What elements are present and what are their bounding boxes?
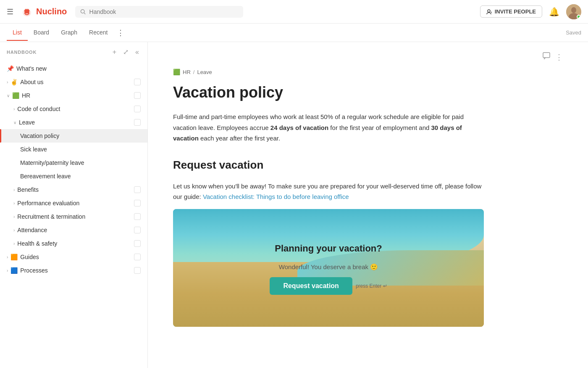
search-bar[interactable] xyxy=(75,6,243,18)
sidebar-actions: + ⤢ « xyxy=(111,47,141,57)
vacation-card: Planning your vacation? Wonderful! You d… xyxy=(173,209,484,327)
checkbox[interactable] xyxy=(134,267,141,274)
svg-rect-9 xyxy=(543,53,550,58)
sidebar-item-label: Health & safety xyxy=(17,240,134,247)
breadcrumb-emoji: 🟩 xyxy=(173,69,180,75)
press-enter-label: press Enter ↵ xyxy=(356,282,387,290)
content-header: ⋮ xyxy=(173,52,563,62)
content-actions: ⋮ xyxy=(543,52,563,62)
svg-line-2 xyxy=(84,13,85,14)
tab-list[interactable]: List xyxy=(7,25,28,41)
checkbox[interactable] xyxy=(134,92,141,99)
chevron-right-icon: › xyxy=(7,268,8,273)
sidebar-item-maternity-leave[interactable]: Maternity/paternity leave xyxy=(0,156,147,169)
logo: Nuclino xyxy=(20,5,67,19)
sidebar-item-label: Code of conduct xyxy=(17,106,134,112)
sidebar-item-bereavement-leave[interactable]: Bereavement leave xyxy=(0,169,147,183)
checkbox[interactable] xyxy=(134,79,141,85)
checkbox[interactable] xyxy=(134,240,141,247)
more-options-button[interactable]: ⋮ xyxy=(555,52,563,62)
invite-label: INVITE PEOPLE xyxy=(495,8,536,15)
checkbox[interactable] xyxy=(134,254,141,260)
chevron-right-icon: › xyxy=(13,188,15,192)
sidebar-item-label: Recruitment & termination xyxy=(17,213,134,220)
sidebar-title: HANDBOOK xyxy=(7,50,111,55)
checkbox[interactable] xyxy=(134,186,141,193)
chevron-down-icon: ∨ xyxy=(7,93,10,98)
sidebar-expand-button[interactable]: ⤢ xyxy=(121,47,130,57)
top-nav: ☰ Nuclino INVITE PEOPLE 🔔 xyxy=(0,0,588,24)
section-heading: Request vacation xyxy=(173,156,484,174)
sidebar-item-about-us[interactable]: › ✌️ About us xyxy=(0,75,147,89)
tab-recent[interactable]: Recent xyxy=(83,25,113,41)
sidebar-item-benefits[interactable]: › Benefits xyxy=(0,183,147,196)
sidebar-item-performance-evaluation[interactable]: › Performance evaluation xyxy=(0,196,147,210)
body-end: each year after the first year. xyxy=(199,135,280,142)
breadcrumb-parent[interactable]: HR xyxy=(183,69,191,75)
sidebar-item-label: Vacation policy xyxy=(20,132,141,139)
logo-icon xyxy=(20,5,34,19)
page-body: Full-time and part-time employees who wo… xyxy=(173,111,484,327)
hr-emoji: 🟩 xyxy=(12,92,19,99)
checkbox[interactable] xyxy=(134,119,141,126)
checkbox[interactable] xyxy=(134,213,141,220)
sidebar-item-label: Attendance xyxy=(17,227,134,233)
sidebar-item-label: Maternity/paternity leave xyxy=(20,159,141,166)
avatar[interactable] xyxy=(566,4,581,19)
sidebar-item-whats-new[interactable]: 📌 What's new xyxy=(0,62,147,75)
checkbox[interactable] xyxy=(134,200,141,207)
breadcrumb: 🟩 HR / Leave xyxy=(173,69,563,75)
sidebar-item-label: Guides xyxy=(20,254,134,260)
sidebar-item-label: What's new xyxy=(16,65,141,72)
sidebar-item-label: Processes xyxy=(20,267,134,274)
processes-emoji: 🟦 xyxy=(10,267,18,274)
logo-text: Nuclino xyxy=(36,7,67,16)
tab-more-button[interactable]: ⋮ xyxy=(113,24,128,42)
sidebar-item-recruitment-termination[interactable]: › Recruitment & termination xyxy=(0,210,147,223)
chevron-down-icon: ∨ xyxy=(13,120,16,125)
sidebar-item-attendance[interactable]: › Attendance xyxy=(0,223,147,237)
sidebar-item-leave[interactable]: ∨ Leave xyxy=(0,116,147,129)
sidebar-item-health-safety[interactable]: › Health & safety xyxy=(0,237,147,250)
chevron-right-icon: › xyxy=(13,214,15,219)
sidebar-item-label: HR xyxy=(22,92,134,99)
vacation-card-subtitle: Wonderful! You deserve a break 🙂 xyxy=(279,262,378,273)
sidebar-item-processes[interactable]: › 🟦 Processes xyxy=(0,264,147,277)
chevron-right-icon: › xyxy=(7,80,8,85)
tab-graph[interactable]: Graph xyxy=(55,25,83,41)
checkbox[interactable] xyxy=(134,106,141,112)
add-user-icon xyxy=(486,9,492,15)
search-icon xyxy=(80,9,86,15)
sidebar-header: HANDBOOK + ⤢ « xyxy=(0,42,147,62)
search-input[interactable] xyxy=(89,8,239,15)
sidebar-item-hr[interactable]: ∨ 🟩 HR xyxy=(0,89,147,102)
request-vacation-button[interactable]: Request vacation xyxy=(270,277,352,295)
checkbox[interactable] xyxy=(134,227,141,233)
sidebar-item-label: Leave xyxy=(19,119,134,126)
sidebar-item-label: Performance evaluation xyxy=(17,200,134,207)
bell-icon[interactable]: 🔔 xyxy=(549,7,559,17)
body-mid: for the first year of employment and xyxy=(328,124,431,131)
sidebar-item-label: Benefits xyxy=(17,186,134,193)
content-area: ⋮ 🟩 HR / Leave Vacation policy Full-time… xyxy=(148,42,588,368)
sidebar-item-code-of-conduct[interactable]: › Code of conduct xyxy=(0,102,147,116)
svg-point-7 xyxy=(571,7,576,13)
hamburger-icon[interactable]: ☰ xyxy=(7,7,13,16)
sidebar-item-vacation-policy[interactable]: Vacation policy xyxy=(0,129,147,143)
sidebar-add-button[interactable]: + xyxy=(111,47,118,57)
invite-button[interactable]: INVITE PEOPLE xyxy=(480,5,542,18)
sidebar-item-sick-leave[interactable]: Sick leave xyxy=(0,143,147,156)
sidebar-item-guides[interactable]: › 🟧 Guides xyxy=(0,250,147,264)
svg-point-3 xyxy=(488,10,490,12)
bold-days-1: 24 days of vacation xyxy=(270,124,328,131)
breadcrumb-current: Leave xyxy=(197,69,212,75)
vacation-card-overlay: Planning your vacation? Wonderful! You d… xyxy=(173,209,484,327)
page-title: Vacation policy xyxy=(173,84,563,101)
sidebar-item-label: Bereavement leave xyxy=(20,173,141,180)
comment-button[interactable] xyxy=(543,52,550,62)
tab-board[interactable]: Board xyxy=(28,25,55,41)
vacation-checklist-link[interactable]: Vacation checklist: Things to do before … xyxy=(203,193,349,200)
sidebar-collapse-button[interactable]: « xyxy=(134,47,141,57)
main-layout: HANDBOOK + ⤢ « 📌 What's new › ✌️ About u… xyxy=(0,42,588,368)
sidebar-item-label: Sick leave xyxy=(20,146,141,153)
